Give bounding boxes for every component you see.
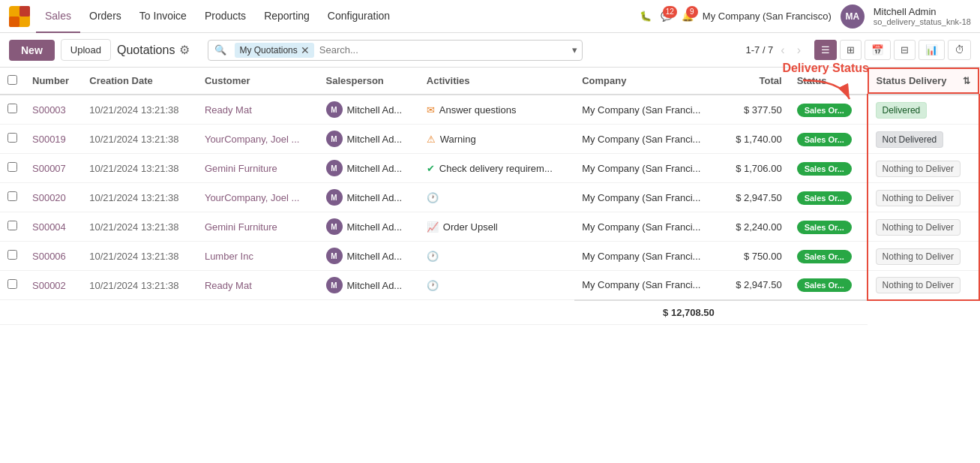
row-checkbox[interactable] bbox=[7, 162, 17, 172]
settings-icon[interactable]: ⚙ bbox=[179, 43, 190, 57]
col-header-status-delivery[interactable]: Status Delivery ⇅ bbox=[868, 68, 979, 94]
row-checkbox[interactable] bbox=[7, 191, 17, 201]
total-status bbox=[722, 300, 868, 325]
col-header-activities[interactable]: Activities bbox=[419, 68, 574, 95]
total-spacer bbox=[0, 300, 574, 325]
col-header-status[interactable]: Status bbox=[790, 68, 868, 95]
row-company: My Company (San Franci... bbox=[574, 125, 722, 154]
nav-right: 🐛 💬 12 🔔 9 My Company (San Francisco) MA… bbox=[640, 5, 971, 29]
row-total: $ 2,947.50 bbox=[722, 271, 790, 300]
breadcrumb: Quotations ⚙ bbox=[117, 43, 190, 57]
row-salesperson: M Mitchell Ad... bbox=[319, 183, 419, 212]
upload-button[interactable]: Upload bbox=[61, 39, 111, 61]
row-date: 10/21/2024 13:21:38 bbox=[82, 95, 197, 125]
row-status: Sales Or... bbox=[790, 212, 868, 242]
row-checkbox-cell bbox=[0, 242, 25, 271]
pivot-view-button[interactable]: ⊟ bbox=[894, 40, 916, 60]
row-customer[interactable]: Lumber Inc bbox=[197, 242, 319, 271]
bug-button[interactable]: 🐛 bbox=[640, 11, 652, 22]
select-all-checkbox[interactable] bbox=[7, 75, 17, 85]
col-header-number[interactable]: Number bbox=[25, 68, 82, 95]
search-dropdown-icon[interactable]: ▾ bbox=[568, 44, 582, 56]
row-number[interactable]: S00007 bbox=[25, 154, 82, 183]
activity-button[interactable]: 🔔 9 bbox=[682, 11, 694, 22]
row-checkbox[interactable] bbox=[7, 250, 17, 260]
list-view-icon: ☰ bbox=[821, 44, 830, 56]
row-number[interactable]: S00004 bbox=[25, 212, 82, 242]
col-header-creation-date[interactable]: Creation Date bbox=[82, 68, 197, 95]
app-logo[interactable] bbox=[9, 6, 30, 27]
activity-view-button[interactable]: ⏱ bbox=[948, 40, 971, 60]
row-number[interactable]: S00019 bbox=[25, 125, 82, 154]
chat-button[interactable]: 💬 12 bbox=[661, 11, 673, 22]
company-name[interactable]: My Company (San Francisco) bbox=[703, 11, 832, 22]
col-header-customer[interactable]: Customer bbox=[197, 68, 319, 95]
table-row: S00020 10/21/2024 13:21:38 YourCompany, … bbox=[0, 183, 979, 212]
row-checkbox[interactable] bbox=[7, 279, 17, 289]
nav-item-reporting[interactable]: Reporting bbox=[255, 0, 319, 33]
row-checkbox[interactable] bbox=[7, 221, 17, 230]
row-number[interactable]: S00006 bbox=[25, 242, 82, 271]
pagination: 1-7 / 7 ‹ › bbox=[745, 41, 805, 60]
pivot-view-icon: ⊟ bbox=[901, 44, 909, 56]
nav-item-sales[interactable]: Sales bbox=[36, 0, 80, 33]
row-customer[interactable]: Gemini Furniture bbox=[197, 154, 319, 183]
row-checkbox-cell bbox=[0, 154, 25, 183]
nav-menu: Sales Orders To Invoice Products Reporti… bbox=[36, 0, 640, 33]
row-company: My Company (San Franci... bbox=[574, 212, 722, 242]
user-info[interactable]: Mitchell Admin so_delivery_status_knk-18 bbox=[874, 6, 971, 26]
filter-tag-close[interactable]: ✕ bbox=[301, 44, 310, 56]
delivery-badge: Nothing to Deliver bbox=[876, 190, 961, 206]
top-nav: Sales Orders To Invoice Products Reporti… bbox=[0, 0, 980, 33]
quotations-table: Number Creation Date Customer Salesperso… bbox=[0, 68, 980, 325]
row-status: Sales Or... bbox=[790, 95, 868, 125]
row-customer[interactable]: YourCompany, Joel ... bbox=[197, 125, 319, 154]
row-number[interactable]: S00003 bbox=[25, 95, 82, 125]
row-status: Sales Or... bbox=[790, 154, 868, 183]
sort-icon[interactable]: ⇅ bbox=[963, 76, 970, 86]
row-salesperson: M Mitchell Ad... bbox=[319, 95, 419, 125]
row-date: 10/21/2024 13:21:38 bbox=[82, 271, 197, 300]
new-button[interactable]: New bbox=[9, 40, 55, 61]
row-customer[interactable]: Ready Mat bbox=[197, 95, 319, 125]
nav-item-configuration[interactable]: Configuration bbox=[319, 0, 399, 33]
kanban-view-icon: ⊞ bbox=[847, 44, 855, 56]
row-checkbox-cell bbox=[0, 271, 25, 300]
row-status: Sales Or... bbox=[790, 125, 868, 154]
row-number[interactable]: S00002 bbox=[25, 271, 82, 300]
row-company: My Company (San Franci... bbox=[574, 183, 722, 212]
row-customer[interactable]: YourCompany, Joel ... bbox=[197, 183, 319, 212]
calendar-view-button[interactable]: 📅 bbox=[865, 40, 891, 60]
nav-item-products[interactable]: Products bbox=[196, 0, 255, 33]
avatar[interactable]: MA bbox=[841, 5, 865, 29]
pagination-text: 1-7 / 7 bbox=[745, 44, 773, 56]
col-header-company[interactable]: Company bbox=[574, 68, 722, 95]
nav-item-to-invoice[interactable]: To Invoice bbox=[130, 0, 196, 33]
row-company: My Company (San Franci... bbox=[574, 154, 722, 183]
kanban-view-button[interactable]: ⊞ bbox=[840, 40, 862, 60]
row-customer[interactable]: Gemini Furniture bbox=[197, 212, 319, 242]
row-checkbox-cell bbox=[0, 95, 25, 125]
table-row: S00007 10/21/2024 13:21:38 Gemini Furnit… bbox=[0, 154, 979, 183]
list-view-button[interactable]: ☰ bbox=[814, 40, 837, 60]
row-checkbox[interactable] bbox=[7, 104, 17, 113]
row-number[interactable]: S00020 bbox=[25, 183, 82, 212]
col-header-total[interactable]: Total bbox=[722, 68, 790, 95]
activity-view-icon: ⏱ bbox=[955, 44, 964, 56]
row-checkbox[interactable] bbox=[7, 133, 17, 143]
delivery-badge: Nothing to Deliver bbox=[876, 219, 961, 236]
search-input[interactable] bbox=[316, 41, 568, 59]
page-title: Quotations bbox=[117, 44, 175, 57]
prev-page-button[interactable]: ‹ bbox=[776, 41, 789, 60]
graph-view-button[interactable]: 📊 bbox=[919, 40, 945, 60]
col-header-salesperson[interactable]: Salesperson bbox=[319, 68, 419, 95]
chat-badge: 12 bbox=[663, 6, 677, 18]
user-sub: so_delivery_status_knk-18 bbox=[874, 17, 971, 26]
nav-item-orders[interactable]: Orders bbox=[80, 0, 130, 33]
row-customer[interactable]: Ready Mat bbox=[197, 271, 319, 300]
next-page-button[interactable]: › bbox=[793, 41, 805, 60]
svg-rect-2 bbox=[19, 6, 30, 17]
table-row: S00006 10/21/2024 13:21:38 Lumber Inc M … bbox=[0, 242, 979, 271]
row-activities: ✉ Answer questions bbox=[419, 95, 574, 125]
row-status: Sales Or... bbox=[790, 183, 868, 212]
